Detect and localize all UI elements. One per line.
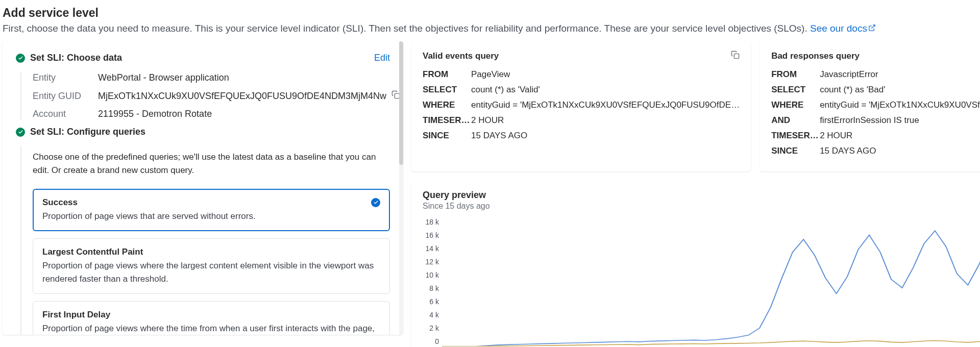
query-value: firstErrorInSession IS true xyxy=(820,115,919,126)
chart-y-axis: 18 k16 k14 k12 k10 k8 k6 k4 k2 k0 xyxy=(423,218,442,345)
scrollbar-thumb[interactable] xyxy=(399,41,403,165)
step2-description: Choose one of the predefined queries; we… xyxy=(33,151,390,178)
chart-plot-area xyxy=(442,218,980,346)
query-value: 2 HOUR xyxy=(820,131,852,141)
query-row: SELECTcount (*) as 'Bad' xyxy=(771,85,980,95)
query-value: count (*) as 'Valid' xyxy=(471,85,540,95)
option-title: First Input Delay xyxy=(42,310,110,320)
query-value: 2 HOUR xyxy=(471,115,504,126)
query-key: SINCE xyxy=(423,131,471,141)
query-value: 15 DAYS AGO xyxy=(471,131,527,141)
svg-line-0 xyxy=(871,25,875,29)
option-desc: Proportion of page views that are served… xyxy=(42,210,380,223)
query-row: TIMESERI…2 HOUR xyxy=(423,115,740,126)
query-value: 15 DAYS AGO xyxy=(820,146,876,156)
query-key: SINCE xyxy=(771,146,820,156)
y-tick: 2 k xyxy=(423,324,439,332)
sli-config-card: Set SLI: Choose data Edit Entity WebPort… xyxy=(3,41,403,335)
svg-rect-2 xyxy=(734,54,739,58)
query-key: WHERE xyxy=(771,100,820,110)
y-tick: 0 xyxy=(423,337,439,345)
query-key: SELECT xyxy=(423,85,471,95)
query-key: WHERE xyxy=(423,100,471,110)
entity-label: Entity xyxy=(33,72,98,83)
bad-responses-query-card: Bad responses query FROMJavascriptErrorS… xyxy=(760,41,980,171)
query-value: entityGuid = 'MjExOTk1NXxCUk9XU0VSfEFQUE… xyxy=(471,100,740,110)
query-row: SINCE15 DAYS AGO xyxy=(423,131,740,141)
step-complete-icon xyxy=(16,54,25,63)
query-value: count (*) as 'Bad' xyxy=(820,85,885,95)
account-label: Account xyxy=(33,109,98,119)
docs-link[interactable]: See our docs xyxy=(810,23,876,34)
step1-title: Set SLI: Choose data xyxy=(30,53,122,63)
docs-link-label: See our docs xyxy=(810,23,867,34)
copy-valid-query-button[interactable] xyxy=(731,51,740,61)
chart-series-line xyxy=(442,228,980,346)
preview-title: Query preview xyxy=(423,190,490,201)
bad-query-title: Bad responses query xyxy=(771,51,860,61)
step2-title: Set SLI: Configure queries xyxy=(30,127,145,137)
entity-guid-label: Entity GUID xyxy=(33,91,98,102)
query-preview-card: Query preview Since 15 days ago 18 k16 k… xyxy=(411,181,980,347)
query-row: TIMESERI…2 HOUR xyxy=(771,131,980,141)
query-row: WHEREentityGuid = 'MjExOTk1NXxCUk9XU0VSf… xyxy=(771,100,980,110)
y-tick: 8 k xyxy=(423,284,439,292)
option-desc: Proportion of page views where the time … xyxy=(42,322,380,335)
y-tick: 14 k xyxy=(423,244,439,253)
query-key: FROM xyxy=(423,69,471,80)
y-tick: 12 k xyxy=(423,258,439,266)
external-link-icon xyxy=(868,23,876,34)
valid-events-query-card: Valid events query FROMPageViewSELECTcou… xyxy=(411,41,751,171)
query-row: FROMPageView xyxy=(423,69,740,80)
query-row: SINCE15 DAYS AGO xyxy=(771,146,980,156)
entity-value: WebPortal - Browser application xyxy=(98,72,229,83)
query-value: JavascriptError xyxy=(820,69,878,80)
query-value: entityGuid = 'MjExOTk1NXxCUk9XU0VSfEFQUE… xyxy=(820,100,980,110)
entity-guid-value: MjExOTk1NXxCUk9XU0VSfEFQUExJQ0FUSU9OfDE4… xyxy=(98,91,386,102)
y-tick: 6 k xyxy=(423,298,439,306)
y-tick: 10 k xyxy=(423,271,439,279)
query-key: AND xyxy=(771,115,820,126)
page-title: Add service level xyxy=(3,6,977,20)
option-title: Largest Contentful Paint xyxy=(42,247,143,257)
preview-subtitle: Since 15 days ago xyxy=(423,202,490,211)
y-tick: 18 k xyxy=(423,218,439,226)
edit-button[interactable]: Edit xyxy=(374,53,390,63)
step-complete-icon xyxy=(16,128,25,137)
query-value: PageView xyxy=(471,69,510,80)
query-key: FROM xyxy=(771,69,820,80)
query-option-lcp[interactable]: Largest Contentful Paint Proportion of p… xyxy=(33,238,390,294)
selected-check-icon xyxy=(371,198,380,207)
query-row: WHEREentityGuid = 'MjExOTk1NXxCUk9XU0VSf… xyxy=(423,100,740,110)
query-key: SELECT xyxy=(771,85,820,95)
option-title: Success xyxy=(42,197,78,208)
subtitle-text: First, choose the data you need to measu… xyxy=(3,23,810,34)
valid-query-title: Valid events query xyxy=(423,51,499,61)
page-subtitle: First, choose the data you need to measu… xyxy=(3,23,977,34)
query-row: SELECTcount (*) as 'Valid' xyxy=(423,85,740,95)
query-key: TIMESERI… xyxy=(771,131,820,141)
account-value: 2119955 - Demotron Rotate xyxy=(98,109,212,119)
query-row: ANDfirstErrorInSession IS true xyxy=(771,115,980,126)
query-option-success[interactable]: Success Proportion of page views that ar… xyxy=(33,189,390,232)
y-tick: 16 k xyxy=(423,231,439,239)
y-tick: 4 k xyxy=(423,311,439,319)
query-row: FROMJavascriptError xyxy=(771,69,980,80)
query-option-fid[interactable]: First Input Delay Proportion of page vie… xyxy=(33,301,390,335)
option-desc: Proportion of page views where the large… xyxy=(42,259,380,285)
query-key: TIMESERI… xyxy=(423,115,471,126)
chart-series-line xyxy=(442,340,980,346)
